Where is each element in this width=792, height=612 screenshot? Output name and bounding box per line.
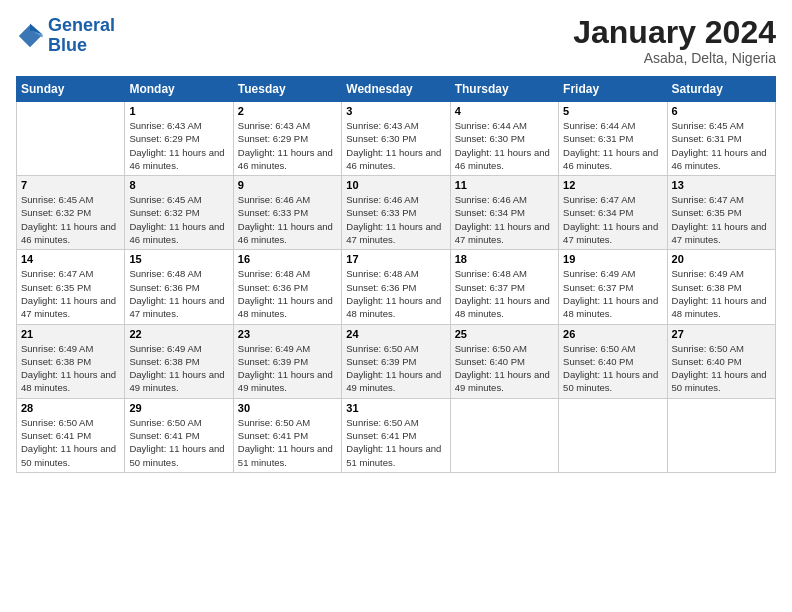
col-tuesday: Tuesday xyxy=(233,77,341,102)
calendar-week-3: 14 Sunrise: 6:47 AMSunset: 6:35 PMDaylig… xyxy=(17,250,776,324)
day-info: Sunrise: 6:49 AMSunset: 6:37 PMDaylight:… xyxy=(563,267,662,320)
day-info: Sunrise: 6:50 AMSunset: 6:41 PMDaylight:… xyxy=(238,416,337,469)
day-number: 4 xyxy=(455,105,554,117)
calendar-cell: 16 Sunrise: 6:48 AMSunset: 6:36 PMDaylig… xyxy=(233,250,341,324)
col-friday: Friday xyxy=(559,77,667,102)
day-number: 1 xyxy=(129,105,228,117)
calendar-cell: 24 Sunrise: 6:50 AMSunset: 6:39 PMDaylig… xyxy=(342,324,450,398)
day-info: Sunrise: 6:50 AMSunset: 6:41 PMDaylight:… xyxy=(346,416,445,469)
day-number: 28 xyxy=(21,402,120,414)
calendar-cell: 31 Sunrise: 6:50 AMSunset: 6:41 PMDaylig… xyxy=(342,398,450,472)
day-info: Sunrise: 6:50 AMSunset: 6:40 PMDaylight:… xyxy=(455,342,554,395)
calendar-week-5: 28 Sunrise: 6:50 AMSunset: 6:41 PMDaylig… xyxy=(17,398,776,472)
day-info: Sunrise: 6:46 AMSunset: 6:33 PMDaylight:… xyxy=(238,193,337,246)
col-thursday: Thursday xyxy=(450,77,558,102)
day-number: 7 xyxy=(21,179,120,191)
calendar-cell: 12 Sunrise: 6:47 AMSunset: 6:34 PMDaylig… xyxy=(559,176,667,250)
day-number: 21 xyxy=(21,328,120,340)
logo-line2: Blue xyxy=(48,35,87,55)
day-info: Sunrise: 6:47 AMSunset: 6:34 PMDaylight:… xyxy=(563,193,662,246)
col-monday: Monday xyxy=(125,77,233,102)
calendar-cell: 28 Sunrise: 6:50 AMSunset: 6:41 PMDaylig… xyxy=(17,398,125,472)
day-number: 13 xyxy=(672,179,771,191)
month-title: January 2024 xyxy=(573,16,776,48)
logo-icon xyxy=(16,22,44,50)
calendar-cell: 9 Sunrise: 6:46 AMSunset: 6:33 PMDayligh… xyxy=(233,176,341,250)
day-number: 23 xyxy=(238,328,337,340)
day-info: Sunrise: 6:43 AMSunset: 6:29 PMDaylight:… xyxy=(129,119,228,172)
day-number: 31 xyxy=(346,402,445,414)
logo: General Blue xyxy=(16,16,115,56)
calendar-cell: 27 Sunrise: 6:50 AMSunset: 6:40 PMDaylig… xyxy=(667,324,775,398)
day-number: 8 xyxy=(129,179,228,191)
day-number: 10 xyxy=(346,179,445,191)
day-info: Sunrise: 6:47 AMSunset: 6:35 PMDaylight:… xyxy=(21,267,120,320)
calendar-cell: 25 Sunrise: 6:50 AMSunset: 6:40 PMDaylig… xyxy=(450,324,558,398)
col-wednesday: Wednesday xyxy=(342,77,450,102)
day-number: 19 xyxy=(563,253,662,265)
day-number: 22 xyxy=(129,328,228,340)
calendar-week-2: 7 Sunrise: 6:45 AMSunset: 6:32 PMDayligh… xyxy=(17,176,776,250)
day-number: 11 xyxy=(455,179,554,191)
day-number: 27 xyxy=(672,328,771,340)
calendar-cell: 22 Sunrise: 6:49 AMSunset: 6:38 PMDaylig… xyxy=(125,324,233,398)
calendar-cell: 23 Sunrise: 6:49 AMSunset: 6:39 PMDaylig… xyxy=(233,324,341,398)
col-saturday: Saturday xyxy=(667,77,775,102)
calendar-cell: 18 Sunrise: 6:48 AMSunset: 6:37 PMDaylig… xyxy=(450,250,558,324)
calendar-cell: 5 Sunrise: 6:44 AMSunset: 6:31 PMDayligh… xyxy=(559,102,667,176)
page-container: General Blue January 2024 Asaba, Delta, … xyxy=(0,0,792,483)
day-info: Sunrise: 6:49 AMSunset: 6:38 PMDaylight:… xyxy=(21,342,120,395)
calendar-cell: 1 Sunrise: 6:43 AMSunset: 6:29 PMDayligh… xyxy=(125,102,233,176)
day-info: Sunrise: 6:44 AMSunset: 6:31 PMDaylight:… xyxy=(563,119,662,172)
calendar-cell: 11 Sunrise: 6:46 AMSunset: 6:34 PMDaylig… xyxy=(450,176,558,250)
day-info: Sunrise: 6:48 AMSunset: 6:36 PMDaylight:… xyxy=(129,267,228,320)
calendar-cell: 13 Sunrise: 6:47 AMSunset: 6:35 PMDaylig… xyxy=(667,176,775,250)
day-info: Sunrise: 6:50 AMSunset: 6:40 PMDaylight:… xyxy=(563,342,662,395)
day-number: 30 xyxy=(238,402,337,414)
calendar-cell: 29 Sunrise: 6:50 AMSunset: 6:41 PMDaylig… xyxy=(125,398,233,472)
day-info: Sunrise: 6:48 AMSunset: 6:36 PMDaylight:… xyxy=(238,267,337,320)
day-info: Sunrise: 6:43 AMSunset: 6:29 PMDaylight:… xyxy=(238,119,337,172)
calendar-cell: 20 Sunrise: 6:49 AMSunset: 6:38 PMDaylig… xyxy=(667,250,775,324)
calendar-week-4: 21 Sunrise: 6:49 AMSunset: 6:38 PMDaylig… xyxy=(17,324,776,398)
calendar-cell: 2 Sunrise: 6:43 AMSunset: 6:29 PMDayligh… xyxy=(233,102,341,176)
day-number: 24 xyxy=(346,328,445,340)
day-info: Sunrise: 6:50 AMSunset: 6:40 PMDaylight:… xyxy=(672,342,771,395)
calendar-week-1: 1 Sunrise: 6:43 AMSunset: 6:29 PMDayligh… xyxy=(17,102,776,176)
title-area: January 2024 Asaba, Delta, Nigeria xyxy=(573,16,776,66)
day-info: Sunrise: 6:50 AMSunset: 6:41 PMDaylight:… xyxy=(129,416,228,469)
day-info: Sunrise: 6:45 AMSunset: 6:32 PMDaylight:… xyxy=(21,193,120,246)
day-info: Sunrise: 6:46 AMSunset: 6:33 PMDaylight:… xyxy=(346,193,445,246)
day-number: 14 xyxy=(21,253,120,265)
calendar-cell: 8 Sunrise: 6:45 AMSunset: 6:32 PMDayligh… xyxy=(125,176,233,250)
day-info: Sunrise: 6:48 AMSunset: 6:37 PMDaylight:… xyxy=(455,267,554,320)
day-number: 26 xyxy=(563,328,662,340)
day-info: Sunrise: 6:44 AMSunset: 6:30 PMDaylight:… xyxy=(455,119,554,172)
logo-line1: General xyxy=(48,15,115,35)
calendar-table: Sunday Monday Tuesday Wednesday Thursday… xyxy=(16,76,776,473)
calendar-cell: 6 Sunrise: 6:45 AMSunset: 6:31 PMDayligh… xyxy=(667,102,775,176)
day-info: Sunrise: 6:50 AMSunset: 6:41 PMDaylight:… xyxy=(21,416,120,469)
day-info: Sunrise: 6:45 AMSunset: 6:32 PMDaylight:… xyxy=(129,193,228,246)
calendar-cell: 19 Sunrise: 6:49 AMSunset: 6:37 PMDaylig… xyxy=(559,250,667,324)
day-number: 2 xyxy=(238,105,337,117)
calendar-cell: 3 Sunrise: 6:43 AMSunset: 6:30 PMDayligh… xyxy=(342,102,450,176)
day-number: 9 xyxy=(238,179,337,191)
calendar-cell: 7 Sunrise: 6:45 AMSunset: 6:32 PMDayligh… xyxy=(17,176,125,250)
day-number: 18 xyxy=(455,253,554,265)
day-info: Sunrise: 6:49 AMSunset: 6:39 PMDaylight:… xyxy=(238,342,337,395)
calendar-cell: 10 Sunrise: 6:46 AMSunset: 6:33 PMDaylig… xyxy=(342,176,450,250)
day-info: Sunrise: 6:49 AMSunset: 6:38 PMDaylight:… xyxy=(129,342,228,395)
location: Asaba, Delta, Nigeria xyxy=(573,50,776,66)
calendar-cell: 26 Sunrise: 6:50 AMSunset: 6:40 PMDaylig… xyxy=(559,324,667,398)
day-number: 29 xyxy=(129,402,228,414)
header-row: Sunday Monday Tuesday Wednesday Thursday… xyxy=(17,77,776,102)
day-info: Sunrise: 6:47 AMSunset: 6:35 PMDaylight:… xyxy=(672,193,771,246)
day-number: 15 xyxy=(129,253,228,265)
day-number: 17 xyxy=(346,253,445,265)
calendar-cell xyxy=(450,398,558,472)
day-number: 5 xyxy=(563,105,662,117)
day-number: 6 xyxy=(672,105,771,117)
calendar-cell xyxy=(17,102,125,176)
day-number: 3 xyxy=(346,105,445,117)
